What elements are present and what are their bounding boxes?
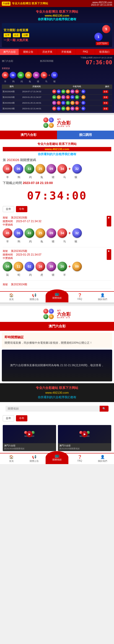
- row-balls: 09 17 26 43 05 32 + 16: [51, 100, 102, 106]
- thumb-period-1: 第2023026期開獎視頻: [4, 447, 55, 450]
- time-field-1: 開獎時間 2023-07-17 21:34:32: [3, 220, 41, 223]
- h1-ball-6: 34: [58, 228, 67, 238]
- cluster-ball-c: 2: [43, 314, 48, 319]
- nav2-faq[interactable]: ❓ FAQ: [68, 454, 91, 464]
- nav-tab-history[interactable]: 历史开奖: [38, 49, 57, 55]
- row-balls: 04 11 02 16 39 25 + 09: [51, 94, 102, 100]
- hist-ball-extra: 32: [81, 90, 85, 94]
- lottery-header: 澳门六合彩 第2023026期 下期截止時間 2023-07-18 21:15:…: [2, 56, 112, 66]
- view-btn[interactable]: 查看: [103, 96, 108, 99]
- hist-ball: 34: [75, 90, 79, 94]
- logo-balls-cluster-2: 3 6 2 9: [43, 309, 55, 319]
- nav-tab-announce[interactable]: 開奖公告: [19, 49, 38, 55]
- banner-url: www.492130.com: [2, 14, 112, 17]
- search-bar: 🔍: [6, 406, 108, 412]
- hist-ball: 29: [75, 106, 79, 111]
- tab-api[interactable]: 接口調用: [57, 130, 114, 139]
- big-ball-extra: 32: [72, 164, 82, 174]
- h1-extra: 32: [72, 228, 82, 238]
- year-tab-last[interactable]: 去年: [3, 206, 14, 212]
- nav-faq[interactable]: ❓ FAQ: [68, 292, 91, 302]
- thumb-info-2: 澳門六合彩 第2023025期開獎視頻: [58, 443, 111, 451]
- nav2-faq-label: FAQ: [78, 460, 82, 462]
- row-balls: 45 06 43 25 09 34 + 32: [51, 89, 102, 94]
- top-bar-title: 专业大合彩搏注 联系下方网站: [12, 2, 48, 6]
- view-more[interactable]: 查看更多: [2, 67, 10, 70]
- nav-tab-faq[interactable]: FAQ: [76, 49, 95, 55]
- view-btn[interactable]: 查看: [103, 107, 108, 110]
- banner-content: 专业大合彩博注 联系下方网站 www.492130.com 你所看到的六合程序我…: [0, 7, 114, 49]
- video-thumb-2[interactable]: MARK SIX ▶ 澳門六合彩 第2023025期開獎視頻: [58, 425, 111, 451]
- promo-url: www.492130.com: [3, 147, 111, 151]
- about-icon-2: 👤: [100, 455, 105, 459]
- row-period: 第2023025期: [2, 94, 21, 100]
- search-input[interactable]: [6, 406, 100, 412]
- nav2-about[interactable]: 👤 關於我們: [91, 454, 114, 464]
- h1-zodiac-6: 马: [60, 240, 69, 244]
- top-bar-time: 2023-07-18 11:23:05: [91, 4, 112, 6]
- video-thumb-1[interactable]: MARK SIX ▶ 澳門六合彩 第2023026期開獎視頻: [3, 425, 56, 451]
- zodiac-2: 狗: [10, 80, 17, 83]
- h1-zodiac-extra: 猴: [71, 240, 81, 244]
- h1-zodiac-2: 狗: [14, 240, 24, 244]
- play-btn-2[interactable]: ▶: [81, 431, 88, 437]
- overlay-promo: 专业六合彩建站 联系下方网站 www.492130.com 你所看到的六合程序我…: [0, 383, 114, 402]
- nav-about-label: 關於我們: [98, 298, 107, 301]
- nav-home[interactable]: 🏠 首頁: [0, 292, 23, 302]
- col-time: 开奖时间: [21, 84, 51, 89]
- view-btn[interactable]: 查看: [103, 90, 108, 93]
- big-ball-2: 06: [14, 164, 23, 174]
- row-action[interactable]: 查看: [102, 106, 112, 112]
- next-draw: 下期截止時間 2023-07-18 21:15:00: [3, 181, 111, 185]
- h1-ball-3: 43: [25, 228, 34, 238]
- nav-tab-video[interactable]: 开奖视频: [57, 49, 76, 55]
- hist-ball: 43: [61, 90, 66, 94]
- row-action[interactable]: 查看: [102, 89, 112, 94]
- code-field-1: 中獎號碼: [3, 223, 41, 226]
- history-entry-1: 期號 第2023026期 開獎時間 2023-07-17 21:34:32 中獎…: [3, 214, 111, 248]
- nav2-announce-label: 開獎公告: [30, 460, 39, 463]
- lottery-section: 澳门六合彩 第2023026期 下期截止時間 2023-07-18 21:15:…: [0, 55, 114, 113]
- hist-ball: 39: [71, 95, 75, 99]
- period-value-2: 第2023025期: [11, 250, 27, 252]
- nav-tab-home[interactable]: 澳門六合彩: [0, 49, 19, 55]
- tab-lottery[interactable]: 澳門六合彩: [0, 130, 57, 139]
- cluster-ball-4: 9: [49, 123, 54, 128]
- nav2-home[interactable]: 🏠 首頁: [0, 454, 23, 464]
- history-meta-2: 期號 第2023025期 開獎時間 2023-01-25 21:34:07 中獎…: [3, 249, 111, 260]
- row-action[interactable]: 查看: [102, 94, 112, 100]
- nav-video[interactable]: 📺 開獎視頻: [46, 290, 68, 302]
- row-action[interactable]: 查看: [102, 100, 112, 106]
- thumb-period-2: 第2023025期開獎視頻: [59, 447, 110, 450]
- video-year-last[interactable]: 去年: [3, 415, 14, 422]
- h2-ball-4: 16: [36, 262, 45, 271]
- hist-ball: 04: [52, 95, 56, 99]
- play-btn-1[interactable]: ▶: [26, 431, 33, 437]
- mark-six-logo: 澳門 六合彩 MARK SIX: [57, 118, 71, 128]
- main-section: 3 6 2 9 澳門 六合彩 MARK SIX 澳門六合彩 接口調用 专业六合彩…: [0, 115, 114, 302]
- year-tab-current[interactable]: 今年: [16, 206, 27, 212]
- period-field-1: 期號 第2023026期: [3, 216, 41, 220]
- nav2-announce[interactable]: 📢 開獎公告: [23, 454, 46, 464]
- fair-tag: 公平: [4, 33, 11, 37]
- zodiac-big-extra: 猴: [71, 175, 81, 179]
- cluster-ball-a: 3: [43, 309, 48, 314]
- h1-zodiac-5: 猪: [48, 240, 58, 244]
- mark-six-logo-2: 澳門 六合彩 MARK SIX: [57, 310, 71, 319]
- view-btn[interactable]: 查看: [103, 102, 108, 104]
- nav-tab-contact[interactable]: 联系我们: [95, 49, 114, 55]
- hist-ball: 09: [71, 90, 75, 94]
- search-button[interactable]: 🔍: [100, 406, 108, 412]
- about-icon: 👤: [100, 293, 105, 297]
- video-icon-2[interactable]: ▶: [107, 249, 111, 260]
- video-year-current[interactable]: 今年: [16, 415, 27, 422]
- h2-extra: 09: [72, 262, 82, 271]
- cluster-ball-d: 9: [49, 314, 54, 319]
- video-icon-1[interactable]: ▶: [107, 216, 111, 226]
- period-label: 第 2023026 期開獎號碼: [3, 158, 111, 162]
- nav-about[interactable]: 👤 關於我們: [91, 292, 114, 302]
- nav2-video[interactable]: 📺 開獎視頻: [46, 451, 68, 464]
- zodiac-big-1: 羊: [3, 175, 12, 179]
- nav-announce[interactable]: 📢 開獎公告: [23, 292, 46, 302]
- history-balls-row-1: 45 06 43 25 09 34 + 32: [3, 228, 111, 238]
